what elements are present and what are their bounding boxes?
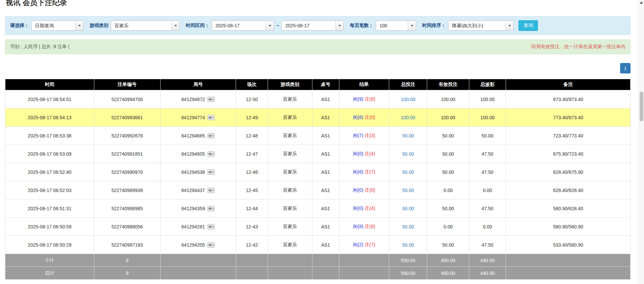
search-button[interactable]: 查询 xyxy=(518,20,538,31)
cell-payout: 47.50 xyxy=(469,145,506,163)
cell-round: 641294281 xyxy=(160,218,236,236)
chevron-down-icon[interactable] xyxy=(335,21,343,30)
remark: 723.40/773.40 xyxy=(553,133,583,138)
scroll-up-arrow-icon[interactable] xyxy=(640,1,643,4)
bet-id: 522740989939 xyxy=(111,188,143,193)
table-body: 2025-08-17 06:54:51 522740994700 6412948… xyxy=(5,90,631,254)
total-bet-link[interactable]: 50.00 xyxy=(402,242,414,248)
col-header-table-no: 桌号 xyxy=(312,79,339,90)
cell-session: 12-45 xyxy=(236,181,268,199)
video-replay-icon[interactable] xyxy=(207,97,215,102)
total-bet-link[interactable]: 50.00 xyxy=(402,188,414,193)
video-replay-icon[interactable] xyxy=(207,206,215,211)
cell-time: 2025-08-17 06:54:51 xyxy=(5,90,94,108)
table-row: 2025-08-17 06:54:51 522740994700 6412948… xyxy=(5,90,631,108)
bet-id: 522740988985 xyxy=(111,206,143,211)
table-row: 2025-08-17 06:52:40 522740990970 6412945… xyxy=(5,163,631,181)
cell-time: 2025-08-17 06:51:31 xyxy=(5,199,94,218)
footer-empty-cell xyxy=(339,267,389,280)
cell-total-bet: 50.00 xyxy=(389,163,427,181)
payout: 100.00 xyxy=(480,115,495,120)
cell-bet-id: 522740994700 xyxy=(94,90,160,108)
session-number: 12-42 xyxy=(246,242,258,248)
subtotal-valid-bet: 450.00 xyxy=(427,254,469,267)
valid-bet: 100.00 xyxy=(441,115,455,120)
video-replay-icon[interactable] xyxy=(207,188,215,193)
col-header-bet-id: 注单编号 xyxy=(94,79,160,90)
page-size-select[interactable]: 100 xyxy=(376,21,416,31)
page-content: 视讯 会员下注纪录 请选择： 日期查询 游戏类别 百家乐 时间区间： 2025-… xyxy=(0,0,644,280)
cell-remark: 723.40/773.40 xyxy=(506,127,631,145)
round-number: 641294281 xyxy=(181,224,205,229)
bet-id: 522740994700 xyxy=(111,97,143,102)
total-bet-link[interactable]: 100.00 xyxy=(401,97,415,102)
video-replay-icon[interactable] xyxy=(207,242,215,248)
cell-bet-id: 522740990970 xyxy=(94,163,160,181)
cell-valid-bet: 50.00 xyxy=(427,163,469,181)
remark: 628.40/628.40 xyxy=(553,188,583,193)
total-bet-link[interactable]: 50.00 xyxy=(402,133,414,138)
summary-bar: 币别 : 人民币 | 总共 :9 注单 | 同局有效投注，统一计算在该局第一张注… xyxy=(5,39,631,54)
game-type: 百家乐 xyxy=(283,224,297,229)
payout: 50.00 xyxy=(482,133,494,138)
table-number: AS1 xyxy=(321,115,330,120)
cell-session: 12-48 xyxy=(236,127,268,145)
cell-game-type: 百家乐 xyxy=(268,127,312,145)
chevron-down-icon[interactable] xyxy=(75,21,83,30)
cell-payout: 47.50 xyxy=(469,236,506,254)
page-button-1[interactable]: 1 xyxy=(620,63,631,73)
table-number: AS1 xyxy=(321,242,330,248)
total-bet-link[interactable]: 50.00 xyxy=(402,169,414,175)
subtotal-count: 9 xyxy=(94,254,160,267)
total-bet-link[interactable]: 100.00 xyxy=(401,115,415,120)
scrollbar-thumb[interactable] xyxy=(640,92,643,121)
round-number: 641294359 xyxy=(181,206,205,211)
video-replay-icon[interactable] xyxy=(207,115,215,120)
valid-bet: 100.00 xyxy=(441,97,455,102)
video-replay-icon[interactable] xyxy=(207,151,215,157)
cell-session: 12-46 xyxy=(236,163,268,181)
cell-result: 闲(7) 庄(3) xyxy=(339,127,389,145)
game-type: 百家乐 xyxy=(283,169,297,175)
date-to-select[interactable]: 2025-08-17 xyxy=(281,21,344,31)
cell-bet-id: 522740988985 xyxy=(94,199,160,218)
round-number: 641294872 xyxy=(181,97,205,102)
cell-time: 2025-08-17 06:53:38 xyxy=(5,127,94,145)
cell-total-bet: 50.00 xyxy=(389,181,427,199)
game-type-select[interactable]: 百家乐 xyxy=(111,21,180,31)
video-replay-icon[interactable] xyxy=(207,169,215,175)
cell-result: 闲(2) 庄(7) xyxy=(339,236,389,254)
cell-round: 641294605 xyxy=(160,145,236,163)
video-replay-icon[interactable] xyxy=(207,133,215,138)
chevron-down-icon[interactable] xyxy=(505,21,513,30)
subtotal-payout: 440.00 xyxy=(469,254,506,267)
cell-round: 641294359 xyxy=(160,199,236,218)
table-number: AS1 xyxy=(321,188,330,193)
chevron-down-icon[interactable] xyxy=(408,21,416,30)
date-from-select[interactable]: 2025-08-17 xyxy=(212,21,274,31)
bet-time: 2025-08-17 06:50:59 xyxy=(28,224,71,229)
remark: 675.90/723.40 xyxy=(553,151,583,157)
grand-total-payout: 440.00 xyxy=(469,267,506,280)
cell-table-no: AS1 xyxy=(312,90,339,108)
cell-bet-id: 522740988056 xyxy=(94,218,160,236)
chevron-down-icon[interactable] xyxy=(266,21,274,30)
game-type: 百家乐 xyxy=(283,242,297,247)
cell-game-type: 百家乐 xyxy=(268,181,312,199)
video-replay-icon[interactable] xyxy=(207,224,215,229)
sort-order-select[interactable]: 降幂(由大到小) xyxy=(448,21,514,31)
vertical-scrollbar[interactable] xyxy=(638,0,644,284)
cell-total-bet: 50.00 xyxy=(389,199,427,218)
query-type-select[interactable]: 日期查询 xyxy=(31,21,83,31)
total-bet-link[interactable]: 50.00 xyxy=(402,224,414,229)
remark: 873.40/973.40 xyxy=(553,97,583,102)
cell-remark: 628.40/675.90 xyxy=(506,163,631,181)
total-bet-link[interactable]: 50.00 xyxy=(402,206,414,211)
total-bet-link[interactable]: 50.00 xyxy=(402,151,414,157)
chevron-down-icon[interactable] xyxy=(171,21,179,30)
cell-round: 641294685 xyxy=(160,127,236,145)
table-row: 2025-08-17 06:50:59 522740988056 6412942… xyxy=(5,218,631,236)
cell-total-bet: 100.00 xyxy=(389,108,427,127)
cell-bet-id: 522740987183 xyxy=(94,236,160,254)
cell-remark: 773.40/873.40 xyxy=(506,108,631,127)
